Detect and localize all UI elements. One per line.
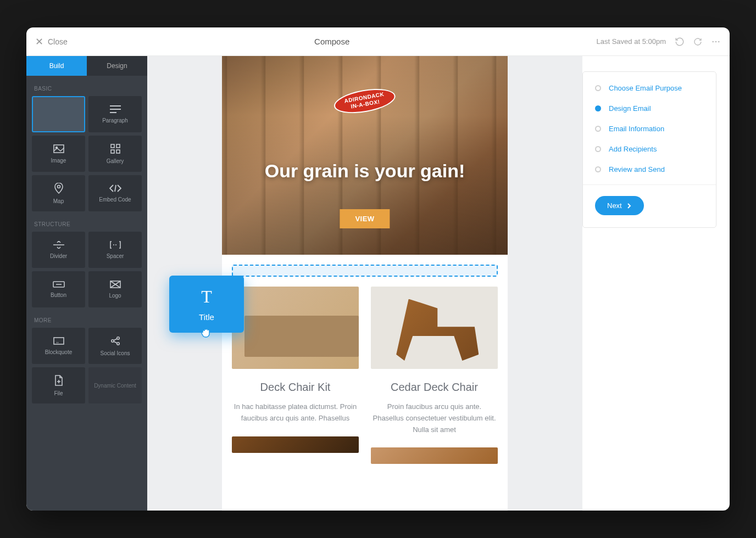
step-email-information[interactable]: Email Information <box>595 125 704 133</box>
svg-rect-8 <box>111 144 114 148</box>
close-button[interactable]: ✕ Close <box>35 36 68 48</box>
quote-icon: ,, <box>53 337 64 346</box>
block-image-label: Image <box>51 158 66 164</box>
step-add-recipients[interactable]: Add Recipients <box>595 145 704 153</box>
block-gallery[interactable]: Gallery <box>88 136 142 172</box>
product-image-1b <box>232 436 359 453</box>
section-structure-label: STRUCTURE <box>26 211 147 232</box>
more-icon[interactable] <box>711 37 721 47</box>
block-blank[interactable] <box>32 96 85 132</box>
svg-point-2 <box>718 41 720 42</box>
step-dot-icon <box>595 85 601 91</box>
product-image-1 <box>232 287 359 369</box>
block-file[interactable]: File <box>32 367 85 404</box>
svg-rect-6 <box>54 145 64 153</box>
block-spacer[interactable]: Spacer <box>88 232 142 268</box>
sidebar-tabs: Build Design <box>26 56 147 76</box>
body: Build Design BASIC Paragraph Image <box>26 56 730 511</box>
block-divider-label: Divider <box>50 253 67 259</box>
code-icon <box>109 184 121 193</box>
dropzone[interactable] <box>232 265 498 277</box>
block-blockquote[interactable]: ,, Blockquote <box>32 328 85 364</box>
product-title-1: Deck Chair Kit <box>232 381 359 394</box>
block-spacer-label: Spacer <box>107 253 124 259</box>
topbar-right: Last Saved at 5:00pm <box>597 37 721 47</box>
grab-cursor-icon <box>199 325 214 339</box>
svg-rect-10 <box>111 150 114 153</box>
product-card-1[interactable]: Deck Chair Kit In hac habitasse platea d… <box>232 287 359 464</box>
product-row: Deck Chair Kit In hac habitasse platea d… <box>232 287 498 464</box>
step-choose-purpose[interactable]: Choose Email Purpose <box>595 84 704 92</box>
block-image[interactable]: Image <box>32 136 85 172</box>
svg-rect-9 <box>116 144 120 148</box>
hero-cta-button[interactable]: VIEW <box>340 209 390 228</box>
close-icon: ✕ <box>35 36 43 48</box>
block-gallery-label: Gallery <box>107 158 124 164</box>
block-dynamic-content: Dynamic Content <box>88 367 142 404</box>
step-dot-icon <box>595 126 601 132</box>
svg-text:,,: ,, <box>56 338 59 344</box>
image-icon <box>53 144 64 154</box>
app-window: ✕ Close Compose Last Saved at 5:00pm Bui… <box>26 27 730 511</box>
svg-rect-11 <box>116 150 120 153</box>
canvas-area[interactable]: ADIRONDACKIN-A-BOX! Our grain is your ga… <box>147 56 582 511</box>
block-social-label: Social Icons <box>101 350 130 356</box>
tab-build[interactable]: Build <box>26 56 87 76</box>
section-structure-grid: Divider Spacer Button Logo <box>26 232 147 307</box>
block-social[interactable]: Social Icons <box>88 328 142 364</box>
tab-design[interactable]: Design <box>87 56 147 76</box>
block-paragraph-label: Paragraph <box>102 117 128 124</box>
undo-icon[interactable] <box>675 37 685 47</box>
section-basic-label: BASIC <box>26 76 147 96</box>
step-design-email[interactable]: Design Email <box>595 104 704 113</box>
svg-point-23 <box>111 339 113 341</box>
svg-line-13 <box>115 185 116 192</box>
product-card-2[interactable]: Cedar Deck Chair Proin faucibus arcu qui… <box>371 287 498 464</box>
block-button[interactable]: Button <box>32 271 85 307</box>
product-desc-2: Proin faucibus arcu quis ante. Phasellus… <box>371 401 498 435</box>
block-dynamic-label: Dynamic Content <box>94 382 136 389</box>
chevron-right-icon <box>626 203 632 209</box>
product-desc-1: In hac habitasse platea dictumst. Proin … <box>232 401 359 424</box>
hero-section[interactable]: ADIRONDACKIN-A-BOX! Our grain is your ga… <box>222 56 508 255</box>
spacer-icon <box>110 241 121 250</box>
block-divider[interactable]: Divider <box>32 232 85 268</box>
svg-point-12 <box>57 185 60 188</box>
block-paragraph[interactable]: Paragraph <box>88 96 142 132</box>
close-label: Close <box>48 37 68 46</box>
step-dot-icon <box>595 166 601 172</box>
preview-body: Deck Chair Kit In hac habitasse platea d… <box>222 255 508 474</box>
block-logo-label: Logo <box>109 293 121 299</box>
svg-point-1 <box>715 41 717 42</box>
button-icon <box>53 281 65 289</box>
svg-line-26 <box>114 339 117 340</box>
hero-headline[interactable]: Our grain is your gain! <box>222 160 508 182</box>
step-list: Choose Email Purpose Design Email Email … <box>583 84 716 185</box>
dragging-title-block[interactable]: T Title <box>169 276 244 333</box>
block-map-label: Map <box>53 198 64 204</box>
section-basic-grid: Paragraph Image Gallery Map Embed Code <box>26 96 147 211</box>
next-button[interactable]: Next <box>595 196 644 215</box>
email-preview: ADIRONDACKIN-A-BOX! Our grain is your ga… <box>222 56 508 511</box>
step-dot-icon <box>595 146 601 152</box>
redo-icon[interactable] <box>693 37 702 46</box>
dragging-label: Title <box>199 312 214 322</box>
block-logo[interactable]: Logo <box>88 271 142 307</box>
svg-point-25 <box>116 342 119 344</box>
paragraph-icon <box>110 105 121 114</box>
steps-panel: Choose Email Purpose Design Email Email … <box>582 71 716 228</box>
step-review-send[interactable]: Review and Send <box>595 165 704 173</box>
product-title-2: Cedar Deck Chair <box>371 381 498 394</box>
block-file-label: File <box>54 390 63 396</box>
page-title: Compose <box>68 37 597 46</box>
hero-badge: ADIRONDACKIN-A-BOX! <box>332 85 398 117</box>
last-saved-label: Last Saved at 5:00pm <box>597 37 666 46</box>
block-embed-code[interactable]: Embed Code <box>88 175 142 211</box>
sidebar: Build Design BASIC Paragraph Image <box>26 56 147 511</box>
block-map[interactable]: Map <box>32 175 85 211</box>
product-image-2b <box>371 447 498 464</box>
block-blockquote-label: Blockquote <box>45 349 72 355</box>
divider-icon <box>53 241 64 250</box>
svg-point-0 <box>712 41 714 42</box>
section-more-label: MORE <box>26 307 147 328</box>
